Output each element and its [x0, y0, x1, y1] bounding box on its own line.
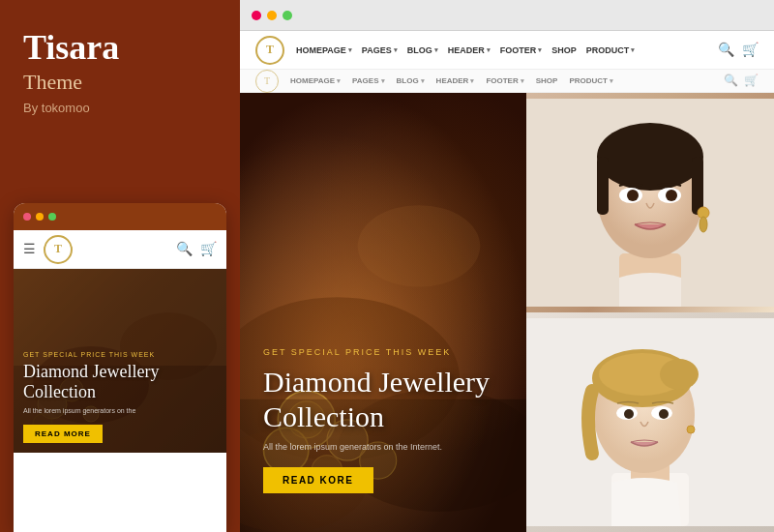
nav-item-2-footer[interactable]: FOOTER ▾	[486, 76, 523, 85]
search-icon[interactable]: 🔍	[176, 241, 193, 257]
nav-item-2-homepage[interactable]: HOMEPAGE ▾	[290, 76, 341, 85]
svg-point-28	[627, 190, 639, 201]
mobile-hero-title: Diamond Jewellery Collection	[23, 362, 217, 403]
svg-point-43	[687, 426, 695, 433]
mobile-read-more-button[interactable]: READ MORE	[23, 425, 103, 443]
nav-item-blog[interactable]: BLOG ▾	[407, 45, 438, 55]
browser-dot-yellow	[267, 11, 277, 20]
search-icon-2[interactable]: 🔍	[724, 74, 738, 88]
svg-point-38	[660, 359, 699, 390]
brand-by: By tokomoo	[23, 101, 217, 115]
mobile-dot-green	[48, 213, 56, 221]
svg-rect-24	[597, 157, 609, 215]
nav-icons: 🔍 🛒	[718, 42, 759, 58]
portraits-column	[526, 93, 774, 532]
browser-dot-green	[283, 11, 292, 20]
nav-item-2-shop[interactable]: SHOP	[536, 76, 558, 85]
nav-item-2-header[interactable]: HEADER ▾	[436, 76, 475, 85]
mobile-hero-desc: All the lorem ipsum generators on the	[23, 407, 217, 414]
nav-item-2-product[interactable]: PRODUCT ▾	[569, 76, 613, 85]
mobile-top-bar	[14, 203, 226, 230]
mobile-hero: GET SPECIAL PRICE THIS WEEK Diamond Jewe…	[14, 269, 226, 453]
nav-icons-2: 🔍 🛒	[724, 74, 759, 88]
nav-item-footer[interactable]: FOOTER ▾	[500, 45, 543, 55]
svg-rect-25	[692, 157, 703, 215]
cart-icon[interactable]: 🛒	[200, 241, 217, 257]
svg-point-41	[624, 409, 634, 419]
svg-point-42	[659, 409, 669, 419]
hero-title: Diamond Jewellery Collection	[263, 365, 503, 434]
portrait-bottom	[526, 312, 774, 532]
portrait-bottom-svg	[526, 312, 774, 532]
hero-small-text: GET SPECIAL PRICE THIS WEEK	[263, 347, 503, 357]
browser-dot-red	[252, 11, 261, 20]
nav-item-pages[interactable]: PAGES ▾	[362, 45, 398, 55]
nav-item-shop[interactable]: SHOP	[551, 45, 577, 55]
site-nav: T HOMEPAGE ▾ PAGES ▾ BLOG ▾ HEADER ▾ FOO…	[240, 31, 774, 70]
mobile-mockup: ☰ T 🔍 🛒 GE	[14, 203, 226, 532]
cart-icon-2[interactable]: 🛒	[744, 74, 759, 88]
nav-item-header[interactable]: HEADER ▾	[448, 45, 491, 55]
mobile-logo: T	[44, 235, 73, 264]
right-panel: T HOMEPAGE ▾ PAGES ▾ BLOG ▾ HEADER ▾ FOO…	[240, 0, 774, 532]
mobile-dot-yellow	[36, 213, 44, 221]
site-logo-2: T	[255, 70, 279, 93]
nav-item-product[interactable]: PRODUCT ▾	[586, 45, 636, 55]
nav-item-2-pages[interactable]: PAGES ▾	[352, 76, 384, 85]
mobile-hero-small-text: GET SPECIAL PRICE THIS WEEK	[23, 351, 217, 358]
site-logo: T	[255, 36, 284, 65]
nav-items: HOMEPAGE ▾ PAGES ▾ BLOG ▾ HEADER ▾ FOOTE…	[296, 45, 706, 55]
mobile-nav: ☰ T 🔍 🛒	[14, 230, 226, 269]
site-cart-icon[interactable]: 🛒	[742, 42, 759, 58]
hero-read-more-button[interactable]: Read KORE	[263, 467, 373, 493]
mobile-dot-red	[23, 213, 31, 221]
site-search-icon[interactable]: 🔍	[718, 42, 734, 58]
site-main: GET SPECIAL PRICE THIS WEEK Diamond Jewe…	[240, 93, 774, 532]
left-panel: Tisara Theme By tokomoo ☰ T 🔍 🛒	[0, 0, 240, 532]
brand-subtitle: Theme	[23, 70, 217, 95]
mobile-nav-icons: 🔍 🛒	[176, 241, 217, 257]
hamburger-icon[interactable]: ☰	[23, 241, 36, 257]
hero-content: GET SPECIAL PRICE THIS WEEK Diamond Jewe…	[263, 347, 503, 493]
nav-item-2-blog[interactable]: BLOG ▾	[397, 76, 425, 85]
svg-point-31	[700, 217, 707, 232]
svg-point-23	[597, 123, 703, 191]
portrait-top-svg	[526, 93, 774, 312]
hero-area: GET SPECIAL PRICE THIS WEEK Diamond Jewe…	[240, 93, 526, 532]
nav-item-homepage[interactable]: HOMEPAGE ▾	[296, 45, 352, 55]
site-nav-2: T HOMEPAGE ▾ PAGES ▾ BLOG ▾ HEADER ▾ FOO…	[240, 70, 774, 93]
svg-point-29	[666, 190, 677, 201]
brand-title: Tisara	[23, 29, 217, 68]
hero-desc: All the lorem ipsum generators on the In…	[263, 442, 503, 452]
portrait-top	[526, 93, 774, 312]
mobile-hero-content: GET SPECIAL PRICE THIS WEEK Diamond Jewe…	[23, 351, 217, 414]
browser-chrome	[240, 0, 774, 31]
